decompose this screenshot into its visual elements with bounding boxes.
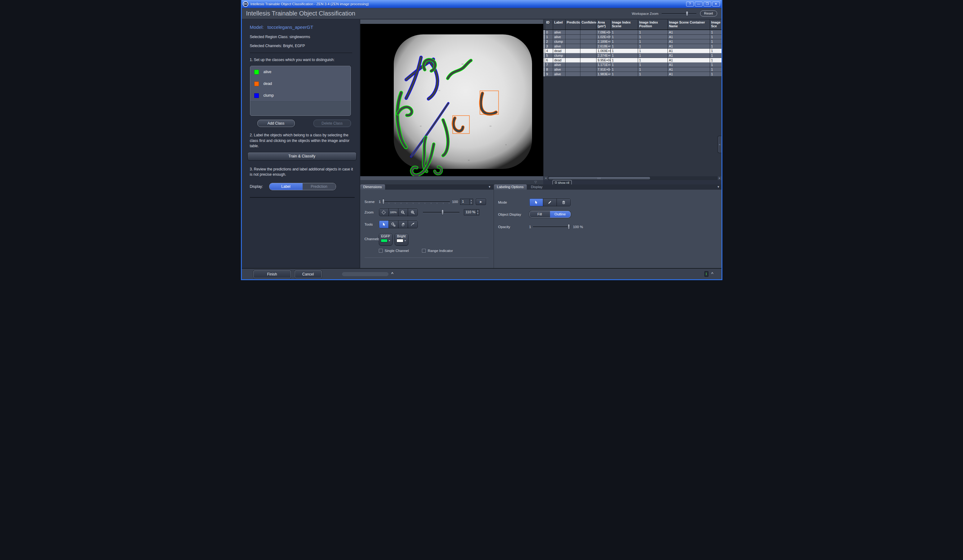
table-cell[interactable]: 1 (611, 63, 638, 67)
table-cell[interactable] (580, 63, 597, 67)
zoom-value[interactable]: 110 % (464, 209, 477, 215)
show-all-button[interactable]: Show All (553, 180, 572, 185)
chevron-down-icon[interactable]: ▼ (404, 240, 407, 242)
column-header[interactable]: Label (553, 19, 566, 29)
table-cell[interactable]: alive (553, 30, 566, 35)
table-cell[interactable]: A1 (668, 53, 710, 58)
column-header[interactable]: Image Scene Container Name (668, 19, 710, 29)
table-cell[interactable]: 1 (710, 63, 722, 67)
chevron-down-icon[interactable]: ▼ (717, 185, 720, 188)
zoom-spinner[interactable]: ▲▼ (476, 209, 479, 215)
table-cell[interactable]: 1 (545, 35, 553, 39)
table-horizontal-scrollbar[interactable]: ◂ ▸ (544, 176, 722, 180)
scene-slider[interactable] (382, 199, 450, 204)
table-cell[interactable]: 3 (545, 44, 553, 49)
table-cell[interactable] (580, 67, 597, 72)
table-row[interactable]: 2clump2.189E+0511A11 (543, 39, 722, 44)
table-cell[interactable]: 1 (638, 49, 668, 53)
maximize-button[interactable]: ❐ (704, 2, 711, 6)
table-cell[interactable]: alive (553, 44, 566, 49)
add-class-button[interactable]: Add Class (257, 120, 295, 127)
table-cell[interactable]: alive (553, 67, 566, 72)
table-cell[interactable]: 1 (710, 72, 722, 76)
table-cell[interactable]: 1 (638, 58, 668, 63)
table-cell[interactable] (580, 53, 597, 58)
table-cell[interactable]: 1 (611, 72, 638, 76)
table-cell[interactable] (580, 72, 597, 76)
table-cell[interactable]: 6 (545, 58, 553, 63)
column-header[interactable]: Prediction (566, 19, 580, 29)
scene-spinner[interactable]: ▲▼ (469, 199, 473, 204)
table-cell[interactable] (580, 44, 597, 49)
table-cell[interactable]: 2 (545, 39, 553, 44)
single-channel-checkbox[interactable] (379, 249, 383, 252)
class-item-dead[interactable]: dead (250, 78, 351, 89)
chevron-down-icon[interactable]: ▼ (488, 185, 491, 188)
opacity-slider-track[interactable] (533, 227, 570, 227)
opacity-slider-thumb[interactable] (568, 224, 570, 230)
class-list-empty-area[interactable] (250, 101, 351, 116)
table-cell[interactable]: 1 (710, 49, 722, 53)
table-cell[interactable]: A1 (668, 49, 710, 53)
display-toggle-prediction[interactable]: Prediction (303, 183, 336, 190)
table-cell[interactable]: 4 (545, 49, 553, 53)
mode-draw-pencil-icon[interactable] (543, 199, 557, 206)
zoom-100-button[interactable]: 100% (389, 209, 399, 216)
table-cell[interactable]: 0 (545, 30, 553, 35)
table-cell[interactable]: A1 (668, 67, 710, 72)
table-cell[interactable]: dead (553, 49, 566, 53)
pipette-tool-icon[interactable] (408, 221, 418, 228)
table-cell[interactable]: 7 (545, 63, 553, 67)
table-cell[interactable]: A1 (668, 30, 710, 35)
table-cell[interactable]: A1 (668, 39, 710, 44)
image-viewer[interactable] (360, 24, 543, 176)
tab-display[interactable]: Display (528, 185, 546, 190)
table-row[interactable]: 9alive1.983E+0511A11 (543, 72, 722, 76)
table-cell[interactable]: clump (553, 53, 566, 58)
table-cell[interactable]: A1 (668, 35, 710, 39)
scene-value-input[interactable]: 1 ▲▼ (460, 199, 473, 205)
scene-value[interactable]: 1 (460, 199, 469, 204)
well-plate-image[interactable] (360, 24, 543, 176)
table-cell[interactable] (566, 30, 580, 35)
column-header[interactable]: Confidence (580, 19, 597, 29)
table-cell[interactable]: A1 (668, 58, 710, 63)
table-cell[interactable]: A1 (668, 63, 710, 67)
table-cell[interactable]: 1 (638, 39, 668, 44)
minimize-button[interactable]: — (695, 2, 702, 6)
workspace-zoom-thumb[interactable] (686, 11, 688, 16)
table-cell[interactable]: 1 (638, 53, 668, 58)
table-cell[interactable] (580, 35, 597, 39)
table-cell[interactable] (566, 63, 580, 67)
table-cell[interactable]: 1 (638, 35, 668, 39)
zoom-region-tool-icon[interactable] (389, 221, 399, 228)
chevron-up-icon[interactable]: ^ (391, 271, 394, 276)
table-cell[interactable]: 1 (638, 72, 668, 76)
column-header[interactable]: Image Index Position (638, 19, 668, 29)
cursor-tool-icon[interactable] (379, 221, 389, 228)
table-cell[interactable]: clump (553, 39, 566, 44)
channel-bright-button[interactable]: Bright▼ (395, 233, 409, 246)
table-row[interactable]: 5clump2.374E+0511A11 (543, 53, 722, 58)
table-cell[interactable] (566, 49, 580, 53)
table-cell[interactable] (566, 35, 580, 39)
channel-egfp-button[interactable]: EGFP▼ (379, 233, 392, 246)
display-toggle-label[interactable]: Label (269, 183, 303, 190)
table-cell[interactable]: 1.02E+05 (597, 35, 611, 39)
table-cell[interactable] (580, 39, 597, 44)
column-header[interactable]: Area (µm²) (597, 19, 611, 29)
table-cell[interactable] (566, 67, 580, 72)
table-cell[interactable] (566, 44, 580, 49)
table-cell[interactable]: 1 (638, 67, 668, 72)
scroll-right-icon[interactable]: ▸ (718, 176, 722, 180)
table-cell[interactable]: 9.95E+04 (597, 58, 611, 63)
table-cell[interactable]: A1 (668, 72, 710, 76)
table-cell[interactable]: 1 (710, 58, 722, 63)
table-cell[interactable]: 1 (611, 58, 638, 63)
tab-dimensions[interactable]: Dimensions (360, 185, 385, 190)
table-cell[interactable]: 1 (611, 49, 638, 53)
table-cell[interactable]: 1 (611, 53, 638, 58)
table-cell[interactable]: A1 (668, 44, 710, 49)
table-cell[interactable]: 2.189E+05 (597, 39, 611, 44)
table-cell[interactable]: 1.983E+05 (597, 72, 611, 76)
